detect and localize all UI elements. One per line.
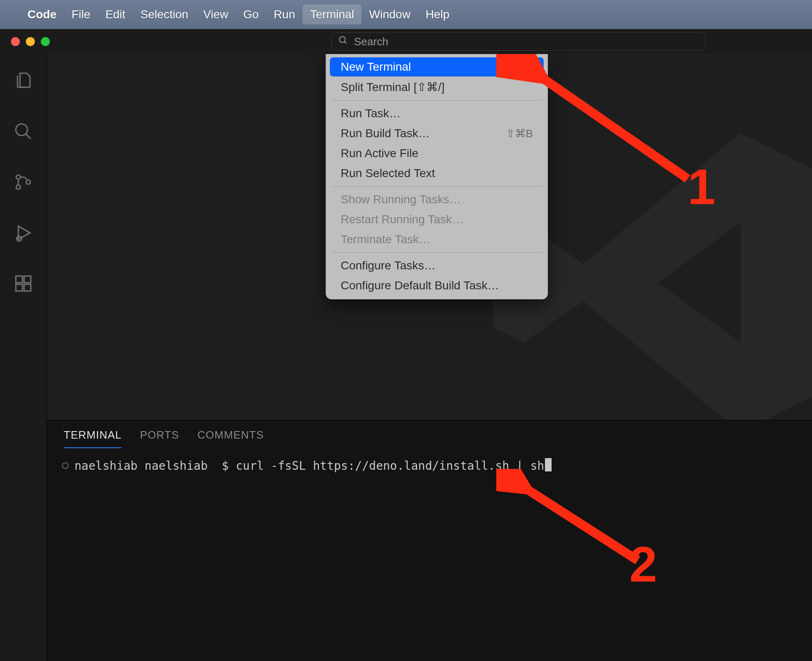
terminal-command: curl -fsSL https://deno.land/install.sh … <box>236 459 545 473</box>
panel-tab-comments[interactable]: COMMENTS <box>198 429 264 448</box>
menu-item-restart-running-task: Restart Running Task… <box>330 210 544 229</box>
activity-explorer-icon[interactable] <box>13 71 33 92</box>
menu-item-label: Run Active File <box>341 147 418 160</box>
menu-item-run-task[interactable]: Run Task… <box>330 104 544 123</box>
svg-line-1 <box>344 42 347 44</box>
menubar-item-view[interactable]: View <box>196 5 236 25</box>
panel-tab-terminal[interactable]: TERMINAL <box>64 429 121 448</box>
svg-point-6 <box>26 180 30 184</box>
window-close-button[interactable] <box>11 37 20 46</box>
menu-item-label: Configure Default Build Task… <box>341 279 499 292</box>
bottom-panel: TERMINAL PORTS COMMENTS naelshiab naelsh… <box>47 420 812 661</box>
search-placeholder: Search <box>354 35 388 48</box>
menubar-item-file[interactable]: File <box>64 5 98 25</box>
menu-item-shortcut: ⇧⌘B <box>506 127 533 140</box>
menu-item-label: Run Selected Text <box>341 167 435 180</box>
svg-rect-10 <box>24 276 31 283</box>
panel-tabs: TERMINAL PORTS COMMENTS <box>47 420 812 448</box>
svg-rect-11 <box>16 284 22 291</box>
menubar-item-terminal[interactable]: Terminal <box>302 5 361 25</box>
svg-line-14 <box>521 486 638 560</box>
terminal-menu-dropdown: New Terminal Split Terminal [⇧⌘/] Run Ta… <box>326 54 548 299</box>
menu-item-label: Configure Tasks… <box>341 259 436 272</box>
menu-item-label: Run Task… <box>341 107 401 120</box>
svg-marker-7 <box>18 226 30 239</box>
traffic-lights <box>11 37 50 46</box>
menubar-item-go[interactable]: Go <box>236 5 266 25</box>
menubar-item-help[interactable]: Help <box>418 5 457 25</box>
menu-item-terminate-task: Terminate Task… <box>330 230 544 249</box>
terminal-line: naelshiab naelshiab $ curl -fsSL https:/… <box>74 458 552 473</box>
search-icon <box>338 35 348 48</box>
menu-item-new-terminal[interactable]: New Terminal <box>330 57 544 76</box>
terminal-session-indicator-icon <box>62 462 69 469</box>
menubar-item-window[interactable]: Window <box>361 5 418 25</box>
window-titlebar: Search <box>0 29 812 54</box>
menu-separator <box>332 252 542 253</box>
menu-separator <box>332 100 542 101</box>
terminal-body[interactable]: naelshiab naelshiab $ curl -fsSL https:/… <box>47 448 812 661</box>
svg-point-2 <box>16 124 27 136</box>
svg-point-4 <box>16 175 20 179</box>
menu-item-split-terminal[interactable]: Split Terminal [⇧⌘/] <box>330 77 544 97</box>
svg-rect-12 <box>24 284 31 291</box>
editor-canvas: New Terminal Split Terminal [⇧⌘/] Run Ta… <box>47 54 812 420</box>
annotation-number-2: 2 <box>629 535 657 593</box>
window-zoom-button[interactable] <box>41 37 50 46</box>
menu-item-run-build-task[interactable]: Run Build Task… ⇧⌘B <box>330 124 544 143</box>
svg-point-0 <box>339 37 345 42</box>
svg-line-3 <box>26 134 31 139</box>
annotation-arrow-2 <box>496 469 663 585</box>
activity-run-debug-icon[interactable] <box>13 223 33 244</box>
menu-separator <box>332 186 542 187</box>
activity-search-icon[interactable] <box>13 121 33 143</box>
menu-item-run-selected-text[interactable]: Run Selected Text <box>330 164 544 183</box>
menu-item-configure-default-build-task[interactable]: Configure Default Build Task… <box>330 276 544 295</box>
menu-item-label: New Terminal <box>341 60 411 74</box>
menu-item-label: Show Running Tasks… <box>341 193 461 206</box>
activity-source-control-icon[interactable] <box>13 172 33 194</box>
menubar-item-run[interactable]: Run <box>266 5 302 25</box>
svg-rect-9 <box>16 276 22 283</box>
menubar-item-edit[interactable]: Edit <box>98 5 133 25</box>
menu-item-label: Run Build Task… <box>341 127 430 140</box>
editor-area: New Terminal Split Terminal [⇧⌘/] Run Ta… <box>47 54 812 661</box>
svg-point-5 <box>16 185 20 189</box>
command-center-search[interactable]: Search <box>331 32 706 51</box>
menu-item-configure-tasks[interactable]: Configure Tasks… <box>330 256 544 275</box>
menu-item-label: Terminate Task… <box>341 233 431 246</box>
window-minimize-button[interactable] <box>26 37 35 46</box>
menu-item-run-active-file[interactable]: Run Active File <box>330 144 544 163</box>
menubar-app-name[interactable]: Code <box>20 5 64 25</box>
menu-item-label: Split Terminal [⇧⌘/] <box>341 80 445 94</box>
panel-tab-ports[interactable]: PORTS <box>140 429 179 448</box>
terminal-cursor <box>545 458 552 471</box>
menu-item-show-running-tasks: Show Running Tasks… <box>330 190 544 209</box>
menu-item-label: Restart Running Task… <box>341 213 463 226</box>
terminal-prompt: naelshiab naelshiab $ <box>74 459 236 473</box>
activity-extensions-icon[interactable] <box>13 274 33 295</box>
macos-menubar: Code File Edit Selection View Go Run Ter… <box>0 0 812 29</box>
menubar-item-selection[interactable]: Selection <box>133 5 196 25</box>
activity-bar <box>0 54 47 661</box>
